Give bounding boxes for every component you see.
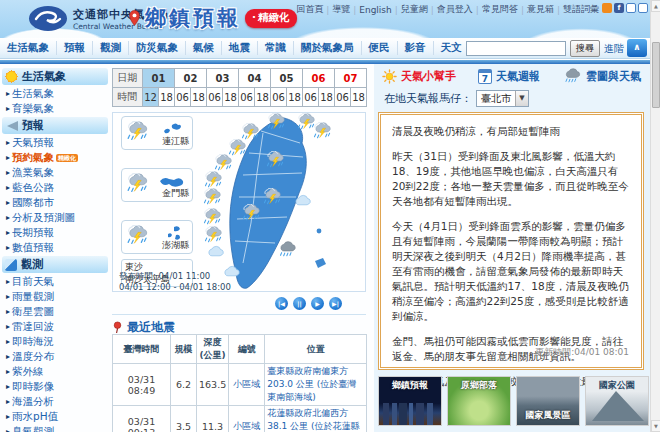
search-input[interactable] xyxy=(466,41,566,56)
date-cell-07[interactable]: 07 xyxy=(335,69,367,88)
nav-about[interactable]: 關於氣象局 xyxy=(294,41,362,55)
rss-icon[interactable] xyxy=(602,3,612,13)
earthquake-code-link[interactable]: 小區域 xyxy=(229,406,265,432)
county-box-kinmen[interactable]: 金門縣 xyxy=(121,168,193,202)
collapse-header-button[interactable]: ∧ xyxy=(627,39,647,57)
earthquake-location-link[interactable]: 臺東縣政府南偏東方 203.0 公里 (位於臺灣東南部海域) xyxy=(265,364,367,406)
date-cell-06[interactable]: 06 xyxy=(303,69,335,88)
search-button[interactable]: 搜尋 xyxy=(570,40,600,57)
time-cell[interactable]: 06 xyxy=(335,88,351,107)
scrollbar-thumb[interactable] xyxy=(652,42,660,108)
sidebar-item-live-images[interactable]: ▸即時影像 xyxy=(2,379,108,394)
sidebar-item-recreation-weather[interactable]: ▸育樂氣象 xyxy=(2,101,108,116)
sidebar-item-sst[interactable]: ▸海溫分析 xyxy=(2,394,108,409)
sidebar-section-life[interactable]: 生活氣象 xyxy=(2,68,108,85)
sidebar-item-current-weather[interactable]: ▸目前天氣 xyxy=(2,274,108,289)
sidebar-item-fishery-weather[interactable]: ▸漁業氣象 xyxy=(2,165,108,180)
nav-observation[interactable]: 觀測 xyxy=(93,41,129,55)
time-cell[interactable]: 06 xyxy=(239,88,255,107)
play-button[interactable]: ▶ xyxy=(311,297,324,310)
pause-button[interactable]: || xyxy=(293,297,306,310)
link-sitemap[interactable]: 導覽 xyxy=(329,3,353,16)
sidebar-item-satellite[interactable]: ▸衛星雲圖 xyxy=(2,304,108,319)
nav-forecast[interactable]: 預報 xyxy=(57,41,93,55)
link-english[interactable]: English xyxy=(356,5,395,15)
sidebar-item-uv[interactable]: ▸紫外線 xyxy=(2,364,108,379)
sidebar-item-township-forecast[interactable]: ▸預約氣象精緻化 xyxy=(2,150,108,165)
time-cell[interactable]: 18 xyxy=(351,88,367,107)
mobile-icon[interactable] xyxy=(626,3,636,13)
time-cell[interactable]: 12 xyxy=(143,88,159,107)
date-cell-05[interactable]: 05 xyxy=(271,69,303,88)
advanced-search-link[interactable]: 進階 xyxy=(604,42,624,56)
county-box-lienchiang[interactable]: 連江縣 xyxy=(121,116,193,150)
nav-hazards[interactable]: 防災氣象 xyxy=(129,41,186,55)
sidebar-section-forecast[interactable]: 預報 xyxy=(2,117,108,134)
county-box-penghu[interactable]: 澎湖縣 xyxy=(121,220,193,254)
app-icon[interactable] xyxy=(638,3,648,13)
time-cell[interactable]: 18 xyxy=(159,88,175,107)
time-cell[interactable]: 18 xyxy=(255,88,271,107)
link-member-login[interactable]: 會員登入 xyxy=(434,3,476,16)
link-feedback[interactable]: 意見箱 xyxy=(524,3,557,16)
time-cell[interactable]: 06 xyxy=(271,88,287,107)
first-frame-button[interactable]: |◀ xyxy=(275,297,288,310)
sidebar-item-rainfall[interactable]: ▸雨量觀測 xyxy=(2,289,108,304)
time-cell[interactable]: 06 xyxy=(207,88,223,107)
sidebar-item-longterm-forecast[interactable]: ▸長期預報 xyxy=(2,225,108,240)
link-faq[interactable]: 常見問答 xyxy=(479,3,521,16)
sidebar-item-radar[interactable]: ▸雷達回波 xyxy=(2,319,108,334)
scroll-up-button[interactable]: ▲ xyxy=(651,0,660,12)
last-frame-button[interactable]: ▶| xyxy=(329,297,342,310)
sidebar-item-ozone[interactable]: ▸臭氧觀測 xyxy=(2,424,108,432)
gallery-national-park[interactable]: 國家公園 xyxy=(585,376,649,426)
nav-earthquake[interactable]: 地震 xyxy=(222,41,258,55)
nav-knowledge[interactable]: 常識 xyxy=(258,41,294,55)
link-glossary[interactable]: 雙語詞彙 xyxy=(560,3,602,16)
gallery-national-scenic-area[interactable]: 國家風景區 xyxy=(516,376,580,426)
sidebar-item-life-weather[interactable]: ▸生活氣象 xyxy=(2,86,108,101)
date-cell-03[interactable]: 03 xyxy=(207,69,239,88)
date-cell-02[interactable]: 02 xyxy=(175,69,207,88)
facebook-icon[interactable]: f xyxy=(614,3,624,13)
gallery-indigenous-villages[interactable]: 原鄉部落 xyxy=(447,376,511,426)
time-cell[interactable]: 18 xyxy=(223,88,239,107)
time-cell[interactable]: 18 xyxy=(287,88,303,107)
orchid-island[interactable] xyxy=(315,258,326,268)
date-cell-04[interactable]: 04 xyxy=(239,69,271,88)
sidebar-item-rain-ph[interactable]: ▸雨水pH值 xyxy=(2,409,108,424)
mountain-image xyxy=(592,391,644,421)
tab-weekly-report[interactable]: 7 天氣週報 xyxy=(478,69,540,84)
sidebar-item-world-cities[interactable]: ▸國際都市 xyxy=(2,195,108,210)
earthquake-location-link[interactable]: 花蓮縣政府北偏西方 38.1 公里 (位於花蓮縣秀林鄉) xyxy=(265,406,367,432)
sidebar-item-marine[interactable]: ▸即時海況 xyxy=(2,334,108,349)
nav-life-weather[interactable]: 生活氣象 xyxy=(0,41,57,55)
tab-weather-helper[interactable]: 天氣小幫手 xyxy=(382,69,456,84)
nav-climate[interactable]: 氣候 xyxy=(186,41,222,55)
nav-media[interactable]: 影音 xyxy=(398,41,434,55)
vertical-scrollbar[interactable]: ▲ ▼ xyxy=(650,0,660,432)
date-label: 日期 xyxy=(113,69,143,88)
sidebar-section-observation[interactable]: 觀測 xyxy=(2,256,108,273)
sidebar-item-numerical-forecast[interactable]: ▸數值預報 xyxy=(2,240,108,255)
sidebar-item-weather-forecast[interactable]: ▸天氣預報 xyxy=(2,135,108,150)
nav-astronomy[interactable]: 天文 xyxy=(434,41,470,55)
nav-services[interactable]: 便民 xyxy=(362,41,398,55)
time-cell[interactable]: 06 xyxy=(303,88,319,107)
time-cell[interactable]: 18 xyxy=(191,88,207,107)
sidebar-item-temperature[interactable]: ▸溫度分布 xyxy=(2,349,108,364)
sidebar-item-blue-highway[interactable]: ▸藍色公路 xyxy=(2,180,108,195)
time-cell[interactable]: 06 xyxy=(175,88,191,107)
tab-cloud-weather[interactable]: 雲圖與天氣 xyxy=(562,68,641,84)
link-kids[interactable]: 兒童網 xyxy=(398,3,431,16)
scroll-down-button[interactable]: ▼ xyxy=(651,420,660,432)
sidebar-item-analysis-charts[interactable]: ▸分析及預測圖 xyxy=(2,210,108,225)
gallery-township-forecast[interactable]: 鄉鎮預報 xyxy=(378,376,442,426)
earthquake-code-link[interactable]: 小區域 xyxy=(229,364,265,406)
link-home[interactable]: 回首頁 xyxy=(293,3,326,16)
date-cell-01[interactable]: 01 xyxy=(143,69,175,88)
city-select[interactable]: 臺北市 ▼ xyxy=(476,90,529,107)
taiwan-map[interactable] xyxy=(199,113,367,291)
time-cell[interactable]: 18 xyxy=(319,88,335,107)
green-island[interactable] xyxy=(317,229,322,234)
